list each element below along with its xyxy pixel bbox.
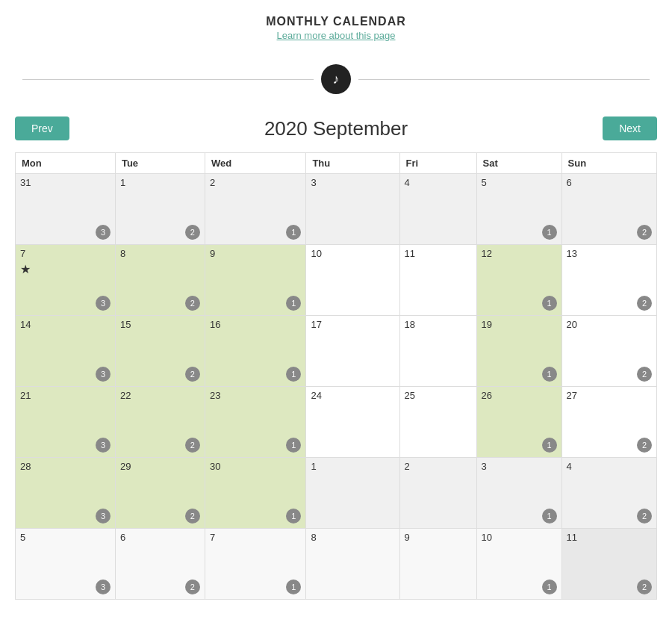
calendar-cell[interactable]: 62 <box>561 174 656 245</box>
next-button[interactable]: Next <box>603 116 657 140</box>
event-badge: 3 <box>96 296 111 311</box>
day-number: 6 <box>567 177 652 188</box>
day-number: 9 <box>210 248 301 259</box>
calendar-cell[interactable]: 8 <box>306 529 399 600</box>
calendar-cell[interactable]: 152 <box>115 316 205 387</box>
event-badge: 2 <box>637 580 652 594</box>
event-badge: 1 <box>286 438 301 453</box>
calendar-cell[interactable]: 10 <box>306 245 399 316</box>
calendar-cell[interactable]: 24 <box>306 387 399 458</box>
day-number: 17 <box>311 319 394 330</box>
calendar-cell[interactable]: 11 <box>399 245 476 316</box>
calendar-cell[interactable]: 161 <box>205 316 305 387</box>
calendar-cell[interactable]: 3 <box>306 174 399 245</box>
day-number: 6 <box>120 532 200 543</box>
prev-button[interactable]: Prev <box>15 116 69 140</box>
event-badge: 2 <box>637 296 652 311</box>
day-number: 11 <box>567 532 652 543</box>
day-number: 10 <box>311 248 394 259</box>
day-number: 7 <box>20 248 111 259</box>
event-badge: 3 <box>96 367 111 382</box>
day-number: 20 <box>567 319 652 330</box>
day-number: 3 <box>311 177 394 188</box>
calendar-cell[interactable]: 62 <box>115 529 205 600</box>
week-row: 53627189101112 <box>16 529 657 600</box>
calendar-cell[interactable]: 21 <box>205 174 305 245</box>
week-row: 2132222312425261272 <box>16 387 657 458</box>
calendar-cell[interactable]: 7★3 <box>16 245 116 316</box>
event-badge: 1 <box>286 509 301 524</box>
day-number: 27 <box>567 390 652 401</box>
calendar-header-row: MonTueWedThuFriSatSun <box>16 153 657 174</box>
day-number: 5 <box>20 532 111 543</box>
day-number: 7 <box>210 532 301 543</box>
calendar-cell[interactable]: 143 <box>16 316 116 387</box>
calendar-cell[interactable]: 231 <box>205 387 305 458</box>
divider-row: ♪ <box>22 64 650 94</box>
day-number: 2 <box>210 177 301 188</box>
calendar-cell[interactable]: 191 <box>476 316 561 387</box>
nav-row: Prev 2020 September Next <box>15 116 657 140</box>
calendar-cell[interactable]: 18 <box>399 316 476 387</box>
week-row: 283292301123142 <box>16 458 657 529</box>
calendar-cell[interactable]: 25 <box>399 387 476 458</box>
calendar-cell[interactable]: 313 <box>16 174 116 245</box>
calendar-cell[interactable]: 121 <box>476 245 561 316</box>
calendar-cell[interactable]: 101 <box>476 529 561 600</box>
col-header-mon: Mon <box>16 153 116 174</box>
day-number: 13 <box>567 248 652 259</box>
learn-more-link[interactable]: Learn more about this page <box>277 30 396 41</box>
day-number: 1 <box>311 461 394 472</box>
calendar-cell[interactable]: 1 <box>306 458 399 529</box>
calendar-cell[interactable]: 82 <box>115 245 205 316</box>
day-number: 30 <box>210 461 301 472</box>
col-header-sun: Sun <box>561 153 656 174</box>
calendar-cell[interactable]: 71 <box>205 529 305 600</box>
page-title: MONTHLY CALENDAR <box>0 15 672 28</box>
calendar-cell[interactable]: 213 <box>16 387 116 458</box>
day-number: 3 <box>482 461 557 472</box>
calendar-cell[interactable]: 283 <box>16 458 116 529</box>
calendar-cell[interactable]: 202 <box>561 316 656 387</box>
event-badge: 2 <box>185 509 200 524</box>
day-number: 19 <box>482 319 557 330</box>
calendar-cell[interactable]: 31 <box>476 458 561 529</box>
week-row: 3131221345162 <box>16 174 657 245</box>
event-badge: 1 <box>542 509 557 524</box>
day-number: 5 <box>482 177 557 188</box>
calendar-wrapper: Prev 2020 September Next MonTueWedThuFri… <box>0 109 672 615</box>
event-badge: 2 <box>637 438 652 453</box>
event-badge: 1 <box>286 367 301 382</box>
calendar-cell[interactable]: 4 <box>399 174 476 245</box>
calendar-cell[interactable]: 12 <box>115 174 205 245</box>
calendar-table: MonTueWedThuFriSatSun 31312213451627★382… <box>15 152 657 600</box>
calendar-cell[interactable]: 272 <box>561 387 656 458</box>
calendar-cell[interactable]: 9 <box>399 529 476 600</box>
calendar-cell[interactable]: 292 <box>115 458 205 529</box>
calendar-cell[interactable]: 42 <box>561 458 656 529</box>
day-number: 31 <box>20 177 111 188</box>
calendar-cell[interactable]: 2 <box>399 458 476 529</box>
calendar-cell[interactable]: 301 <box>205 458 305 529</box>
col-header-fri: Fri <box>399 153 476 174</box>
calendar-cell[interactable]: 222 <box>115 387 205 458</box>
page-header: MONTHLY CALENDAR Learn more about this p… <box>0 0 672 49</box>
day-number: 1 <box>120 177 200 188</box>
week-row: 1431521611718191202 <box>16 316 657 387</box>
day-number: 24 <box>311 390 394 401</box>
calendar-cell[interactable]: 53 <box>16 529 116 600</box>
day-number: 29 <box>120 461 200 472</box>
calendar-cell[interactable]: 91 <box>205 245 305 316</box>
calendar-cell[interactable]: 51 <box>476 174 561 245</box>
week-row: 7★382911011121132 <box>16 245 657 316</box>
day-number: 23 <box>210 390 301 401</box>
event-badge: 2 <box>185 367 200 382</box>
day-number: 26 <box>482 390 557 401</box>
event-badge: 3 <box>96 509 111 524</box>
calendar-cell[interactable]: 261 <box>476 387 561 458</box>
calendar-cell[interactable]: 112 <box>561 529 656 600</box>
day-number: 12 <box>482 248 557 259</box>
music-icon: ♪ <box>321 64 351 94</box>
calendar-cell[interactable]: 17 <box>306 316 399 387</box>
calendar-cell[interactable]: 132 <box>561 245 656 316</box>
